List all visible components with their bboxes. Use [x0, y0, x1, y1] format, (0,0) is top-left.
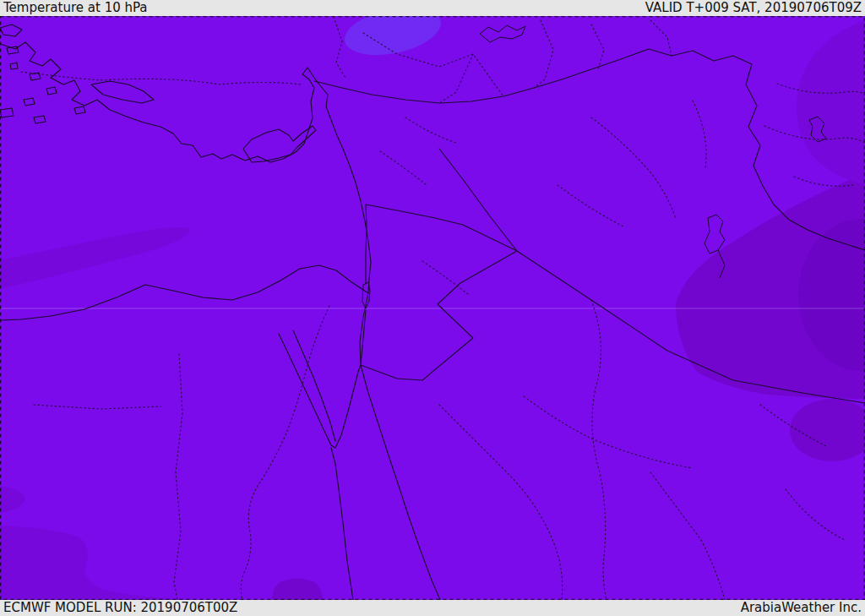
header-bar: Temperature at 10 hPa VALID T+009 SAT, 2… — [0, 0, 865, 16]
weather-map-product: Temperature at 10 hPa VALID T+009 SAT, 2… — [0, 0, 865, 616]
map-title: Temperature at 10 hPa — [3, 0, 148, 16]
brand-label: ArabiaWeather Inc. — [741, 600, 862, 616]
footer-bar: ECMWF MODEL RUN: 20190706T00Z ArabiaWeat… — [0, 600, 865, 616]
valid-time-label: VALID T+009 SAT, 20190706T09Z — [645, 0, 862, 16]
weather-map — [0, 16, 865, 600]
model-run-label: ECMWF MODEL RUN: 20190706T00Z — [3, 600, 237, 616]
